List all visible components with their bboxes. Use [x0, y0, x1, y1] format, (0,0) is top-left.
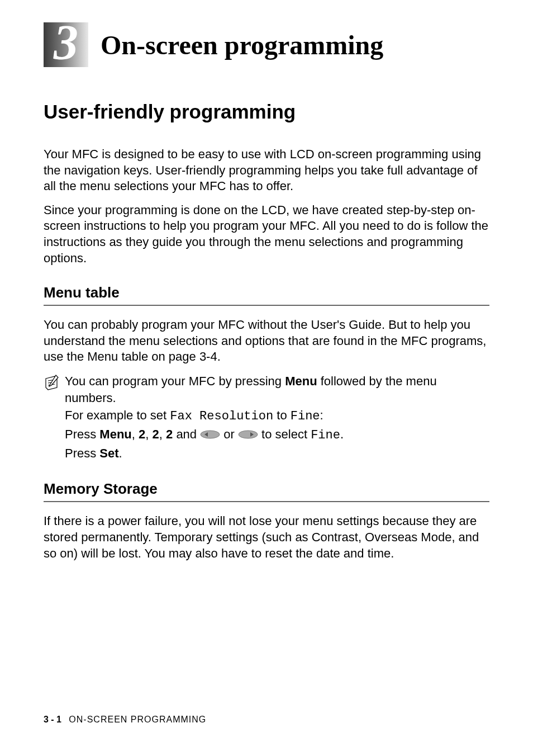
- nav-left-icon: [200, 427, 220, 443]
- svg-point-3: [201, 431, 220, 438]
- nav-right-icon: [238, 427, 258, 443]
- subheading-memory-storage: Memory Storage: [44, 480, 489, 498]
- svg-point-4: [239, 431, 258, 438]
- section-title: User-friendly programming: [44, 101, 489, 123]
- intro-paragraph-2: Since your programming is done on the LC…: [44, 202, 489, 266]
- subheading-menu-table: Menu table: [44, 284, 489, 301]
- note-block: You can program your MFC by pressing Men…: [44, 373, 489, 462]
- memory-storage-body: If there is a power failure, you will no…: [44, 513, 489, 561]
- note-icon: [44, 374, 60, 393]
- note-content: You can program your MFC by pressing Men…: [65, 373, 489, 462]
- divider: [44, 501, 489, 502]
- note-line-1: You can program your MFC by pressing Men…: [65, 373, 489, 406]
- menu-key: Menu: [285, 374, 317, 388]
- chapter-number-text: 3: [54, 18, 78, 67]
- chapter-title: On-screen programming: [101, 30, 383, 60]
- menu-table-body: You can probably program your MFC withou…: [44, 317, 489, 365]
- note-line-3: Press Menu, 2, 2, 2 and or to select Fin…: [65, 426, 489, 444]
- footer-section-label: ON-SCREEN PROGRAMMING: [69, 715, 206, 724]
- chapter-header: 3 On-screen programming: [44, 22, 489, 67]
- note-line-4: Press Set.: [65, 445, 489, 462]
- note-line-2: For example to set Fax Resolution to Fin…: [65, 407, 489, 425]
- divider: [44, 305, 489, 306]
- chapter-number-badge: 3: [44, 22, 88, 67]
- footer-page-number: 3 - 1: [44, 715, 61, 724]
- intro-paragraph-1: Your MFC is designed to be easy to use w…: [44, 147, 489, 195]
- page-footer: 3 - 1 ON-SCREEN PROGRAMMING: [44, 715, 206, 725]
